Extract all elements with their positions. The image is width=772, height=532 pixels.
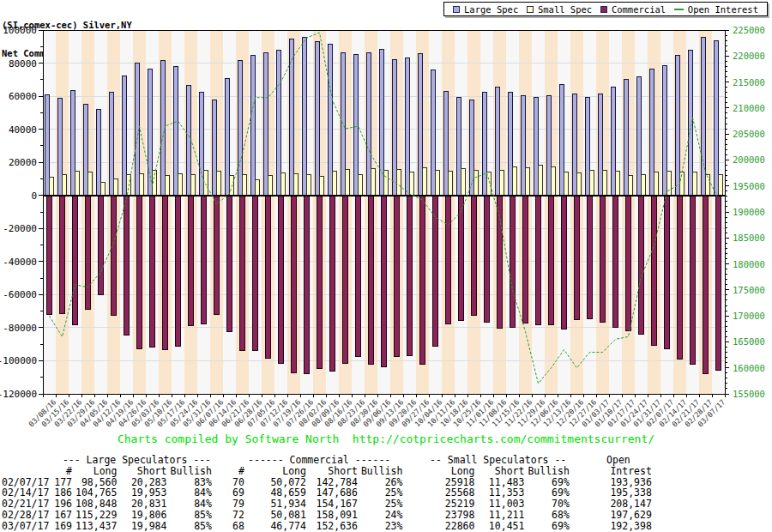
table-cell: 85% (170, 510, 223, 521)
bar-commercial (150, 196, 155, 347)
bar-large-spec (521, 95, 525, 196)
bar-small-spec (654, 172, 658, 196)
bar-commercial (472, 196, 477, 316)
table-cell: 69% (528, 521, 581, 532)
bar-large-spec (225, 79, 229, 196)
right-axis-label: 210000 (733, 103, 765, 113)
bar-large-spec (701, 38, 705, 196)
bar-small-spec (396, 170, 401, 196)
table-cell: 158,091 (310, 510, 361, 521)
bar-commercial (86, 196, 91, 310)
bar-large-spec (662, 66, 666, 196)
bar-commercial (124, 196, 130, 336)
bar-large-spec (250, 56, 255, 196)
bar-small-spec (87, 172, 92, 196)
bar-commercial (600, 196, 606, 322)
right-axis-label: 215000 (733, 77, 765, 88)
right-axis-label: 170000 (733, 311, 765, 321)
bar-large-spec (624, 80, 628, 196)
bar-commercial (613, 196, 618, 328)
bar-large-spec (495, 87, 499, 195)
bar-commercial (703, 196, 709, 374)
bar-small-spec (422, 168, 426, 196)
bar-commercial (73, 196, 78, 324)
table-column-header: Short (120, 466, 170, 477)
bar-large-spec (482, 92, 486, 195)
table-column-header: Long (75, 466, 120, 477)
bar-small-spec (692, 172, 697, 195)
table-column-header: Bullish (170, 466, 223, 477)
bar-commercial (112, 196, 117, 316)
bar-commercial (485, 196, 490, 322)
table-cell: 197,629 (582, 510, 655, 521)
table-cell-date: 02/28/17 (2, 510, 50, 521)
bar-commercial (343, 196, 348, 364)
bar-small-spec (705, 174, 709, 195)
table-cell: 85% (170, 521, 223, 532)
table-head: --- Large Speculators --------- Commerci… (2, 455, 655, 477)
cot-table: --- Large Speculators --------- Commerci… (2, 455, 655, 532)
bar-large-spec (238, 61, 242, 196)
bar-small-spec (255, 179, 259, 195)
bar-large-spec (418, 54, 422, 196)
bar-large-spec (199, 92, 203, 195)
right-axis-label: 225000 (733, 25, 765, 35)
table-cell: 68 (224, 521, 248, 532)
bar-commercial (678, 196, 683, 360)
bar-small-spec (448, 172, 452, 196)
bar-commercial (549, 196, 554, 324)
bar-commercial (459, 196, 464, 321)
bar-commercial (305, 196, 310, 374)
table-cell: 113,437 (75, 521, 120, 532)
bar-commercial (691, 196, 696, 365)
bar-large-spec (83, 105, 87, 196)
bar-small-spec (139, 174, 143, 196)
bar-large-spec (57, 98, 62, 196)
bar-large-spec (675, 55, 679, 195)
y-axis-label: -100000 (0, 355, 37, 366)
right-axis-label: 185000 (733, 233, 765, 243)
bar-small-spec (615, 172, 619, 196)
table-column-header: Intrest (582, 466, 655, 477)
table-cell: 169 (50, 521, 75, 532)
table-column-header: Bullish (361, 466, 414, 477)
bar-small-spec (203, 171, 208, 196)
bar-small-spec (461, 169, 465, 196)
bar-large-spec (366, 53, 371, 196)
bar-commercial (498, 196, 503, 329)
bar-large-spec (636, 77, 641, 196)
chart-canvas: 100000800006000040000200000-20000-40000-… (0, 0, 772, 453)
table-group-header (2, 455, 50, 466)
bar-small-spec (371, 169, 375, 196)
table-cell: 19,806 (120, 510, 170, 521)
bar-large-spec (109, 92, 113, 195)
table-column-header: Bullish (528, 466, 581, 477)
bar-small-spec (525, 168, 529, 196)
bar-commercial (407, 196, 413, 356)
table-column-header: Short (310, 466, 361, 477)
bar-small-spec (319, 177, 323, 196)
table-cell: 72 (224, 510, 248, 521)
table-cell: 68% (528, 510, 581, 521)
bar-large-spec (572, 94, 576, 196)
bar-large-spec (353, 55, 358, 196)
y-axis-label: -40000 (3, 257, 37, 268)
bar-commercial (369, 196, 374, 365)
bar-commercial (446, 196, 451, 323)
bar-commercial (652, 196, 657, 345)
bar-small-spec (435, 171, 439, 196)
bar-small-spec (383, 171, 388, 196)
y-axis-label: 100000 (3, 25, 37, 36)
bar-small-spec (100, 182, 105, 195)
y-axis-label: 80000 (9, 58, 37, 70)
bar-commercial (99, 196, 104, 295)
bar-large-spec (649, 69, 654, 195)
bar-small-spec (113, 178, 118, 195)
table-cell: 50,081 (248, 510, 310, 521)
bar-small-spec (499, 171, 504, 196)
bar-commercial (575, 196, 580, 320)
table-cell-date: 03/07/17 (2, 521, 50, 532)
bar-commercial (60, 196, 65, 314)
bar-large-spec (534, 97, 538, 196)
bar-commercial (214, 196, 220, 315)
